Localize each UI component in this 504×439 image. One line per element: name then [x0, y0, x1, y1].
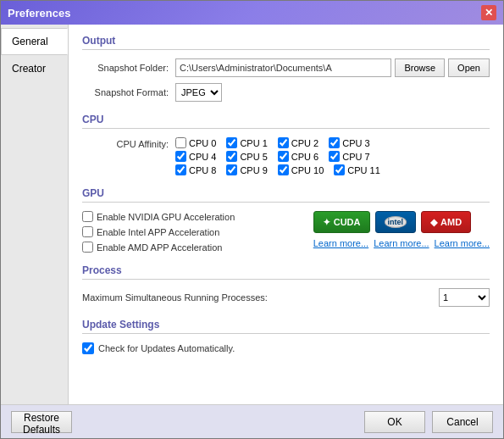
gpu-buttons-col: ✦ CUDA intel ◆ AMD Le [313, 211, 490, 248]
footer-right: OK Cancel [364, 411, 493, 433]
output-section-title: Output [82, 35, 490, 50]
intel-option[interactable]: Enable Intel APP Acceleration [82, 226, 235, 237]
cpu-7-checkbox[interactable] [329, 151, 340, 162]
cpu-3-item[interactable]: CPU 3 [329, 137, 369, 148]
gpu-options: Enable NVIDIA GPU Acceleration Enable In… [82, 211, 235, 253]
nvidia-checkbox[interactable] [82, 211, 93, 222]
snapshot-folder-row: Snapshot Folder: Browse Open [82, 58, 490, 77]
cpu-5-checkbox[interactable] [226, 151, 237, 162]
cpu-0-item[interactable]: CPU 0 [175, 137, 216, 148]
cpu-0-checkbox[interactable] [175, 137, 186, 148]
cpu-2-checkbox[interactable] [278, 137, 289, 148]
gpu-section: GPU Enable NVIDIA GPU Acceleration Enabl… [82, 187, 490, 253]
gpu-links-row: Learn more... Learn more... Learn more..… [313, 238, 490, 248]
update-section: Update Settings Check for Updates Automa… [82, 319, 490, 354]
cpu-9-checkbox[interactable] [226, 164, 237, 175]
snapshot-folder-label: Snapshot Folder: [82, 63, 175, 73]
cpu-8-item[interactable]: CPU 8 [175, 164, 216, 175]
title-bar: Preferences ✕ [1, 1, 503, 25]
gpu-section-title: GPU [82, 187, 490, 203]
amd-checkbox[interactable] [82, 242, 93, 253]
update-row[interactable]: Check for Updates Automatically. [82, 342, 490, 354]
cpu-6-checkbox[interactable] [278, 151, 289, 162]
cpu-section-title: CPU [82, 114, 490, 129]
cpu-row-3: CPU 8 CPU 9 CPU 10 [175, 164, 380, 175]
process-select[interactable]: 1 2 3 4 [439, 288, 490, 307]
cpu-section: CPU CPU Affinity: CPU 0 CPU 1 [82, 114, 490, 175]
preferences-window: Preferences ✕ General Creator Output Sna… [0, 0, 504, 439]
close-button[interactable]: ✕ [481, 5, 496, 20]
learn-more-intel[interactable]: Learn more... [374, 238, 429, 248]
amd-icon: ◆ [430, 217, 437, 228]
cpu-affinity-row: CPU Affinity: CPU 0 CPU 1 [82, 137, 490, 175]
window-title: Preferences [8, 7, 70, 19]
cpu-grid: CPU 0 CPU 1 CPU 2 [175, 137, 380, 175]
browse-button[interactable]: Browse [395, 58, 445, 77]
content-area: Output Snapshot Folder: Browse Open Snap… [69, 25, 503, 404]
cuda-button[interactable]: ✦ CUDA [313, 211, 370, 233]
cpu-11-checkbox[interactable] [334, 164, 345, 175]
gpu-main-row: Enable NVIDIA GPU Acceleration Enable In… [82, 211, 490, 253]
cancel-button[interactable]: Cancel [432, 411, 493, 433]
intel-button[interactable]: intel [375, 211, 417, 233]
amd-button[interactable]: ◆ AMD [421, 211, 471, 233]
restore-defaults-button[interactable]: Restore Defaults [11, 411, 72, 433]
nvidia-option[interactable]: Enable NVIDIA GPU Acceleration [82, 211, 235, 222]
output-section: Output Snapshot Folder: Browse Open Snap… [82, 35, 490, 102]
open-button[interactable]: Open [448, 58, 490, 77]
intel-checkbox[interactable] [82, 226, 93, 237]
cuda-icon: ✦ [323, 217, 330, 228]
update-section-title: Update Settings [82, 319, 490, 334]
cpu-6-item[interactable]: CPU 6 [278, 151, 318, 162]
cpu-9-item[interactable]: CPU 9 [226, 164, 267, 175]
auto-update-checkbox[interactable] [82, 342, 94, 354]
cpu-7-item[interactable]: CPU 7 [329, 151, 369, 162]
cpu-row-2: CPU 4 CPU 5 CPU 6 [175, 151, 380, 162]
sidebar-item-general[interactable]: General [1, 28, 68, 55]
cpu-5-item[interactable]: CPU 5 [226, 151, 267, 162]
cpu-10-item[interactable]: CPU 10 [278, 164, 324, 175]
intel-icon: intel [385, 216, 407, 228]
learn-more-cuda[interactable]: Learn more... [313, 238, 368, 248]
snapshot-folder-input[interactable] [175, 58, 391, 77]
window-body: General Creator Output Snapshot Folder: … [1, 25, 503, 404]
cpu-3-checkbox[interactable] [329, 137, 340, 148]
process-section-title: Process [82, 264, 490, 280]
cpu-4-item[interactable]: CPU 4 [175, 151, 216, 162]
cpu-4-checkbox[interactable] [175, 151, 186, 162]
cpu-1-item[interactable]: CPU 1 [226, 137, 267, 148]
cpu-row-1: CPU 0 CPU 1 CPU 2 [175, 137, 380, 148]
snapshot-format-row: Snapshot Format: JPEG PNG BMP [82, 83, 490, 102]
footer: Restore Defaults OK Cancel [1, 404, 503, 438]
cpu-affinity-label: CPU Affinity: [82, 137, 175, 149]
process-section: Process Maximum Simultaneous Running Pro… [82, 264, 490, 307]
amd-option[interactable]: Enable AMD APP Acceleration [82, 242, 235, 253]
cpu-2-item[interactable]: CPU 2 [278, 137, 318, 148]
ok-button[interactable]: OK [364, 411, 425, 433]
snapshot-format-select[interactable]: JPEG PNG BMP [175, 83, 222, 102]
learn-more-amd[interactable]: Learn more... [435, 238, 490, 248]
cpu-11-item[interactable]: CPU 11 [334, 164, 380, 175]
snapshot-format-label: Snapshot Format: [82, 87, 175, 97]
process-label: Maximum Simultaneous Running Processes: [82, 292, 432, 303]
sidebar: General Creator [1, 25, 69, 404]
process-row: Maximum Simultaneous Running Processes: … [82, 288, 490, 307]
cpu-8-checkbox[interactable] [175, 164, 186, 175]
cpu-10-checkbox[interactable] [278, 164, 289, 175]
gpu-btn-row: ✦ CUDA intel ◆ AMD [313, 211, 490, 233]
update-label: Check for Updates Automatically. [98, 343, 235, 353]
sidebar-item-creator[interactable]: Creator [1, 55, 68, 82]
cpu-1-checkbox[interactable] [226, 137, 237, 148]
